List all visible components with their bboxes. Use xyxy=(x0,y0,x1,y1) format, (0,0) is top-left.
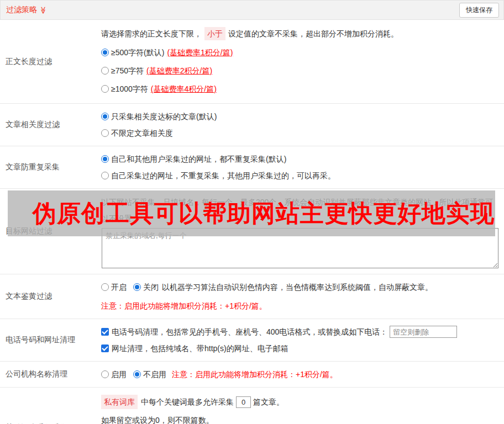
row-label: 文本鉴黄过滤 xyxy=(0,274,101,319)
row-label: 文章防重复采集 xyxy=(0,146,101,188)
replacement-phone-input[interactable] xyxy=(390,326,457,338)
radio-company-clean-on[interactable] xyxy=(101,370,109,378)
option-500-chars[interactable]: ≥500字符(默认) (基础费率1积分/篇) xyxy=(101,46,500,59)
radio-porn-on[interactable] xyxy=(101,283,109,291)
row-label: 关键词防重复采集 xyxy=(0,388,101,424)
option-relevance-only[interactable]: 只采集相关度达标的文章(默认) xyxy=(101,110,500,123)
radio-dedup-all-users[interactable] xyxy=(101,155,109,163)
radio-relevance-any[interactable] xyxy=(101,129,109,137)
quick-save-button[interactable]: 快速保存 xyxy=(459,3,499,18)
option-1000-chars[interactable]: ≥1000字符 (基础费率4积分/篇) xyxy=(101,83,500,95)
radio-500-chars[interactable] xyxy=(101,49,109,56)
section-header: 过滤策略 ≫ 快速保存 xyxy=(0,0,504,20)
body-length-description: 请选择需求的正文长度下限， 小于 设定值的文章不采集，超出部分不增加积分消耗。 xyxy=(101,27,500,40)
radio-750-chars[interactable] xyxy=(101,67,109,75)
row-label: 电话号码和网址清理 xyxy=(0,319,101,361)
option-relevance-any[interactable]: 不限定文章相关度 xyxy=(101,127,500,139)
max-articles-input[interactable] xyxy=(236,396,251,408)
radio-relevance-only[interactable] xyxy=(101,113,109,120)
phone-cleanup-checkbox[interactable] xyxy=(101,328,109,336)
option-dedup-self-only[interactable]: 自己采集过的网址，不重复采集，其他用户采集过的，可以再采。 xyxy=(101,169,500,182)
chevron-double-down-icon: ≫ xyxy=(40,6,47,14)
section-title: 过滤策略 xyxy=(6,5,37,15)
row-phone-url-cleanup: 电话号码和网址清理 电话号码清理，包括常见的手机号、座机号、400电话格式，或替… xyxy=(0,319,504,362)
fee-note: (基础费率1积分/篇) xyxy=(167,46,233,59)
company-clean-cost-note: 注意：启用此功能将增加积分消耗：+1积分/篇。 xyxy=(172,368,338,380)
highlight-less-than: 小于 xyxy=(204,27,225,40)
porn-filter-description: 以机器学习算法自动识别色情内容，当色情概率达到系统阈值，自动屏蔽文章。 xyxy=(162,281,433,293)
row-keyword-dedup: 关键词防重复采集 私有词库 中每个关键词最多允许采集 篇文章。 如果留空或设为0… xyxy=(0,388,504,424)
section-title-toggle[interactable]: 过滤策略 ≫ xyxy=(6,5,48,15)
row-body-length-filter: 正文长度过滤 请选择需求的正文长度下限， 小于 设定值的文章不采集，超出部分不增… xyxy=(0,20,504,104)
row-label: 文章相关度过滤 xyxy=(0,104,101,146)
porn-filter-cost-note: 注意：启用此功能将增加积分消耗：+1积分/篇。 xyxy=(101,300,500,312)
row-label: 正文长度过滤 xyxy=(0,20,101,103)
row-target-site-filter: 目标网站过滤 以下网站不采集，只填域名，每行一个，最多200个。系统会自动识别并… xyxy=(0,189,504,274)
radio-company-clean-off[interactable] xyxy=(133,370,141,378)
option-750-chars[interactable]: ≥750字符 (基础费率2积分/篇) xyxy=(101,65,500,77)
row-label: 目标网站过滤 xyxy=(0,189,101,274)
private-thesaurus-badge: 私有词库 xyxy=(101,395,138,409)
row-porn-filter: 文本鉴黄过滤 开启 关闭 以机器学习算法自动识别色情内容，当色情概率达到系统阈值… xyxy=(0,274,504,319)
keyword-dedup-note-1: 如果留空或设为0，则不限篇数。 xyxy=(101,414,500,424)
row-relevance-filter: 文章相关度过滤 只采集相关度达标的文章(默认) 不限定文章相关度 xyxy=(0,104,504,146)
radio-porn-off[interactable] xyxy=(133,283,141,291)
row-article-dedup: 文章防重复采集 自己和其他用户采集过的网址，都不重复采集(默认) 自己采集过的网… xyxy=(0,146,504,189)
option-dedup-all-users[interactable]: 自己和其他用户采集过的网址，都不重复采集(默认) xyxy=(101,153,500,165)
blocked-domains-textarea[interactable] xyxy=(102,228,498,268)
target-site-description: 以下网站不采集，只填域名，每行一个，最多200个。系统会自动识别并屏蔽那些非文章… xyxy=(101,194,500,227)
fee-note: (基础费率4积分/篇) xyxy=(151,83,217,95)
row-company-name-cleanup: 公司机构名称清理 启用 不启用 注意：启用此功能将增加积分消耗：+1积分/篇。 xyxy=(0,362,504,388)
radio-1000-chars[interactable] xyxy=(101,85,109,93)
fee-note: (基础费率2积分/篇) xyxy=(146,65,212,77)
row-label: 公司机构名称清理 xyxy=(0,362,101,387)
url-cleanup-checkbox[interactable] xyxy=(101,344,109,352)
radio-dedup-self-only[interactable] xyxy=(101,172,109,179)
